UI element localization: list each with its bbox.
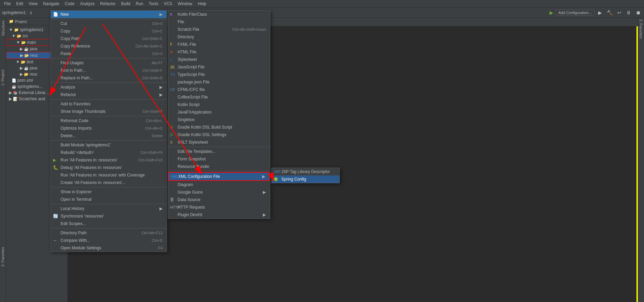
ctx-item-replace-in-path[interactable]: Replace in Path... Ctrl+Shift+R <box>51 74 167 82</box>
run-button[interactable]: ▶ <box>597 9 603 16</box>
ctx-item-run-coverage[interactable]: Run 'All Features in: resources' with Co… <box>51 171 167 179</box>
ctx-item-find-usages[interactable]: Find Usages Alt+F7 <box>51 59 167 67</box>
ctx-item-label: Build Module 'springdemo1' <box>61 143 111 147</box>
ctx-item-find-in-path[interactable]: Find in Path... Ctrl+Shift+F <box>51 67 167 74</box>
menu-build[interactable]: Build <box>118 1 133 7</box>
menu-navigate[interactable]: Navigate <box>40 1 62 7</box>
html-icon: H <box>170 50 173 54</box>
menu-tools[interactable]: Tools <box>146 1 161 7</box>
ctx-new-kotlin[interactable]: K Kotlin File/Class <box>168 11 270 18</box>
ctx-new-google-guice[interactable]: Google Guice ▶ <box>168 188 270 196</box>
ctx-new-cfml[interactable]: CF CFML/CFC file <box>168 86 270 93</box>
ctx-new-package-json[interactable]: package.json File <box>168 78 270 86</box>
revert-button[interactable]: ↩ <box>616 9 623 16</box>
breadcrumb-project[interactable]: springdemo1 <box>2 10 26 15</box>
ctx-item-edit-scopes[interactable]: Edit Scopes... <box>51 220 167 227</box>
ctx-new-coffee[interactable]: CoffeeScript File <box>168 93 270 101</box>
ctx-item-cut[interactable]: Cut Ctrl+X <box>51 20 167 27</box>
ctx-item-label: Local History <box>61 206 84 211</box>
add-configuration-button[interactable]: Add Configuration... <box>555 10 595 16</box>
ctx-item-run[interactable]: ▶ Run 'All Features in: resources' Ctrl+… <box>51 156 167 164</box>
ctx-item-copy[interactable]: Copy Ctrl+C <box>51 27 167 35</box>
menu-help[interactable]: Help <box>195 1 209 7</box>
shortcut: Alt+F7 <box>152 61 163 65</box>
ctx-new-datasource[interactable]: 🗄 Data Source <box>168 196 270 203</box>
menu-analyze[interactable]: Analyze <box>77 1 98 7</box>
ctx-item-delete[interactable]: Delete... Delete <box>51 132 167 140</box>
ctx-item-label: Open Module Settings <box>61 246 101 250</box>
ctx-xml-spring[interactable]: S Spring Config <box>272 175 339 183</box>
ctx-item-optimize[interactable]: Optimize Imports Ctrl+Alt+O <box>51 124 167 132</box>
ctx-item-synchronize[interactable]: 🔄 Synchronize 'resources' <box>51 212 167 220</box>
ctx-item-refactor[interactable]: Refactor ▶ <box>51 91 167 99</box>
ctx-item-local-history[interactable]: Local History ▶ <box>51 205 167 212</box>
ctx-item-show-thumbnails[interactable]: Show Image Thumbnails Ctrl+Shift+T <box>51 108 167 115</box>
menu-vcs[interactable]: VCS <box>161 1 175 7</box>
http-icon: HTTP <box>170 205 180 209</box>
ctx-new-resource-bundle[interactable]: Resource Bundle <box>168 163 270 170</box>
ctx-item-build-module[interactable]: Build Module 'springdemo1' <box>51 141 167 149</box>
ctx-new-kotlin-script[interactable]: Kotlin Script <box>168 101 270 108</box>
ctx-item-add-favorites[interactable]: Add to Favorites <box>51 100 167 108</box>
menu-view[interactable]: View <box>26 1 40 7</box>
menu-run[interactable]: Run <box>133 1 146 7</box>
ctx-new-directory[interactable]: Directory <box>168 33 270 41</box>
ctx-new-stylesheet[interactable]: C Stylesheet <box>168 56 270 63</box>
ctx-new-gradle-settings[interactable]: G Gradle Kotlin DSL Settings <box>168 131 270 139</box>
shortcut: Ctrl+D <box>152 238 163 242</box>
ctx-new-form-snapshot[interactable]: Form Snapshot <box>168 155 270 163</box>
ctx-new-scratch[interactable]: Scratch File Ctrl+Alt+Shift+Insert <box>168 26 270 33</box>
breadcrumb-item[interactable]: s <box>30 10 32 15</box>
ctx-item-paste[interactable]: Paste Ctrl+V <box>51 50 167 57</box>
ctx-item-label: HTML File <box>178 50 196 54</box>
ctx-item-label: FXML File <box>178 42 196 47</box>
favorites-tab[interactable]: 2: Favorites <box>638 18 644 40</box>
js-icon: JS <box>170 65 175 69</box>
ctx-item-analyze[interactable]: Analyze ▶ <box>51 83 167 91</box>
ctx-item-debug[interactable]: 🐛 Debug 'All Features in: resources' <box>51 164 167 171</box>
ctx-new-xslt[interactable]: X XSLT Stylesheet <box>168 139 270 146</box>
ctx-new-fxml[interactable]: F FXML File <box>168 41 270 48</box>
ctx-item-module-settings[interactable]: Open Module Settings F4 <box>51 244 167 252</box>
menu-refactor[interactable]: Refactor <box>98 1 118 7</box>
folder-icon: 📁 <box>14 28 19 32</box>
build-button[interactable]: 🔨 <box>605 9 614 16</box>
ctx-new-xml-config[interactable]: XML XML Configuration File ▶ <box>168 172 270 181</box>
menu-window[interactable]: Window <box>175 1 195 7</box>
ctx-item-copy-ref[interactable]: Copy Reference Ctrl+Alt+Shift+C <box>51 42 167 50</box>
ctx-new-singleton[interactable]: Singleton <box>168 116 270 123</box>
ctx-item-rebuild[interactable]: Rebuild '<default>' Ctrl+Shift+F9 <box>51 149 167 156</box>
ctx-xml-jsp[interactable]: JSP JSP Tag Library Descriptor <box>272 168 339 175</box>
project-side-label[interactable]: 1: Project <box>0 68 5 87</box>
ctx-new-edit-templates[interactable]: Edit File Templates... <box>168 148 270 155</box>
ctx-new-diagram[interactable]: Diagram <box>168 181 270 188</box>
ctx-item-create[interactable]: Create 'All Features in: resources'... <box>51 179 167 186</box>
ctx-new-js[interactable]: JS JavaScript File <box>168 63 270 71</box>
ctx-item-dir-path[interactable]: Directory Path Ctrl+Alt+F12 <box>51 229 167 237</box>
ctx-item-show-explorer[interactable]: Show in Explorer <box>51 188 167 196</box>
structure-tab[interactable]: Structure <box>0 18 6 39</box>
ctx-new-ts[interactable]: TS TypeScript File <box>168 71 270 78</box>
stop-button[interactable]: ⏹ <box>634 9 642 16</box>
menu-file[interactable]: File <box>1 1 13 7</box>
shortcut: Ctrl+V <box>152 52 163 56</box>
expand-icon: ▶ <box>20 53 23 58</box>
ctx-new-plugin-devkit[interactable]: Plugin DevKit ▶ <box>168 211 270 219</box>
expand-icon: ▶ <box>9 96 12 101</box>
menu-edit[interactable]: Edit <box>13 1 26 7</box>
ctx-new-gradle-build[interactable]: G Gradle Kotlin DSL Build Script <box>168 123 270 131</box>
ctx-new-html[interactable]: H HTML File <box>168 48 270 56</box>
ctx-item-open-terminal[interactable]: Open in Terminal <box>51 196 167 203</box>
menu-code[interactable]: Code <box>62 1 77 7</box>
pause-button[interactable]: ⏸ <box>625 9 632 16</box>
ctx-new-http-request[interactable]: HTTP HTTP Request <box>168 203 270 211</box>
ctx-item-copy-path[interactable]: Copy Path Ctrl+Shift+C <box>51 35 167 42</box>
ctx-item-compare-with[interactable]: ↔ Compare With... Ctrl+D <box>51 237 167 244</box>
ctx-new-file[interactable]: File <box>168 18 270 26</box>
favorites-side-label[interactable]: 2: Favorites <box>0 246 5 268</box>
ctx-new-javafx[interactable]: JavaFXApplication <box>168 108 270 116</box>
ctx-item-reformat[interactable]: Reformat Code Ctrl+Alt+L <box>51 117 167 124</box>
new-icon: 📄 <box>53 12 58 17</box>
ctx-item-new[interactable]: 📄 New ▶ <box>51 11 167 18</box>
gradle-icon: G <box>170 125 173 129</box>
